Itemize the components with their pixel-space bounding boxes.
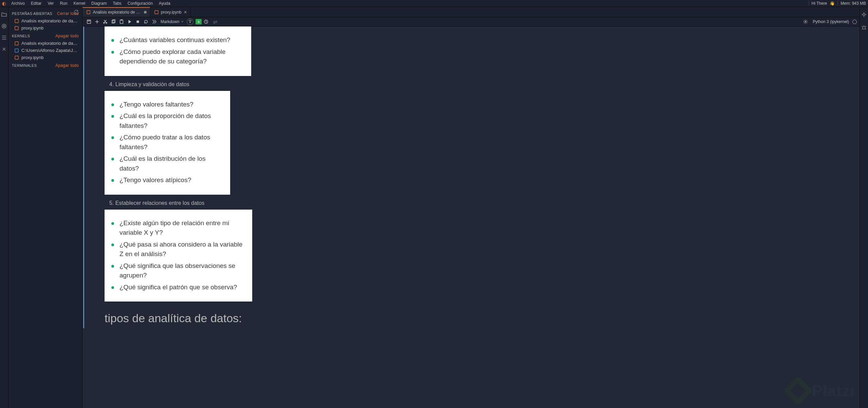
menu-list: Archivo Editar Ver Run Kernel Diagram Ta… xyxy=(8,0,173,7)
sidebar-item-label: C:\Users\Alfonso Zapata\Jupyt... xyxy=(21,48,79,53)
voila-button[interactable] xyxy=(187,18,193,25)
list-item: ¿Cuántas variables continuas existen? xyxy=(117,35,242,45)
numbered-heading: 4. Limpieza y validación de datos xyxy=(105,76,860,91)
settings-icon[interactable] xyxy=(802,18,809,25)
content-card: ¿Tengo valores faltantes? ¿Cuál es la pr… xyxy=(105,91,230,195)
menu-run[interactable]: Run xyxy=(57,0,70,7)
cell-type-select[interactable]: Markdown xyxy=(161,19,184,24)
hi-there-label: Hi There xyxy=(812,1,827,6)
svg-point-18 xyxy=(190,22,191,23)
wave-icon: 👋 xyxy=(830,1,835,6)
git-label[interactable]: git xyxy=(213,20,217,24)
sidebar-running: Pestañas abiertas Cerrar todo Analisis e… xyxy=(8,7,82,408)
restart-run-all-button[interactable] xyxy=(150,18,158,25)
tab-analisis[interactable]: Analisis exploratorio de dato xyxy=(82,7,150,17)
numbered-heading: 5. Establecer relaciones entre los datos xyxy=(105,195,860,210)
notebook-icon xyxy=(87,10,90,14)
running-icon[interactable] xyxy=(1,23,7,29)
extensions-icon[interactable] xyxy=(1,46,7,52)
paste-button[interactable] xyxy=(118,18,125,25)
list-item: ¿Qué significa el patrón que se observa? xyxy=(117,283,243,292)
toc-icon[interactable] xyxy=(1,35,7,40)
notebook-icon xyxy=(15,41,19,45)
section-terminals: Terminales Apagar todo xyxy=(8,61,82,69)
add-cell-button[interactable] xyxy=(93,18,101,25)
sidebar-item[interactable]: C:\Users\Alfonso Zapata\Jupyt... xyxy=(8,47,82,54)
section-title: Pestañas abiertas xyxy=(12,12,52,16)
svg-point-21 xyxy=(863,14,865,16)
refresh-icon[interactable] xyxy=(74,10,79,16)
list-item: ¿Existe algún tipo de relación entre mi … xyxy=(117,218,243,238)
tab-label: Analisis exploratorio de dato xyxy=(93,10,142,15)
menu-configuracion[interactable]: Configuración xyxy=(125,0,156,7)
menu-ver[interactable]: Ver xyxy=(44,0,57,7)
svg-rect-6 xyxy=(15,56,18,59)
sidebar-item-label: proxy.ipynb xyxy=(21,55,44,60)
notebook-icon xyxy=(15,26,19,30)
sidebar-item-label: Analisis exploratorio de datos.i... xyxy=(21,18,79,23)
svg-point-0 xyxy=(2,24,6,28)
copy-button[interactable] xyxy=(110,18,117,25)
shutdown-all-button[interactable]: Apagar todo xyxy=(55,63,79,68)
menu-kernel[interactable]: Kernel xyxy=(70,0,88,7)
stop-button[interactable] xyxy=(134,18,142,25)
notebook-area[interactable]: ¿Cuántas variables continuas existen? ¿C… xyxy=(82,26,860,408)
separator xyxy=(809,1,809,6)
sidebar-item[interactable]: proxy.ipynb xyxy=(8,24,82,32)
list-item: ¿Cuál es la proporción de datos faltante… xyxy=(117,111,221,131)
jupyter-logo-icon: ◐ xyxy=(0,1,8,6)
list-item: ¿Cómo puedo explorar cada variable depen… xyxy=(117,47,242,66)
content-card: ¿Existe algún tipo de relación entre mi … xyxy=(105,210,252,302)
svg-rect-7 xyxy=(87,11,90,14)
menubar: ◐ Archivo Editar Ver Run Kernel Diagram … xyxy=(0,0,868,7)
svg-rect-4 xyxy=(15,42,18,45)
svg-point-20 xyxy=(805,21,807,22)
list-item: ¿Qué pasa si ahora considero a la variab… xyxy=(117,240,243,259)
clock-icon[interactable] xyxy=(202,18,210,25)
heading-2: tipos de analítica de datos: xyxy=(105,302,860,328)
svg-rect-10 xyxy=(88,20,90,21)
list-item: ¿Cómo puedo tratar a los datos faltantes… xyxy=(117,133,221,152)
svg-rect-5 xyxy=(15,49,18,52)
markdown-cell[interactable]: ¿Cuántas variables continuas existen? ¿C… xyxy=(83,26,860,328)
list-item: ¿Tengo valores faltantes? xyxy=(117,100,221,110)
notebook-icon xyxy=(15,56,19,60)
kernel-name[interactable]: Python 3 (ipykernel) xyxy=(813,19,849,24)
menu-ayuda[interactable]: Ayuda xyxy=(156,0,173,7)
tab-bar: Analisis exploratorio de dato proxy.ipyn… xyxy=(82,7,860,17)
heading-button[interactable]: ≡ xyxy=(196,19,202,24)
list-item: ¿Tengo valores atípicos? xyxy=(117,175,221,185)
memory-label: Mem: 943 MB xyxy=(841,1,866,6)
menu-diagram[interactable]: Diagram xyxy=(88,0,110,7)
notebook-toolbar: Markdown ≡ git Python 3 (ipykernel) xyxy=(82,17,860,26)
property-inspector-icon[interactable] xyxy=(861,12,867,19)
menu-editar[interactable]: Editar xyxy=(28,0,44,7)
folder-icon[interactable] xyxy=(1,12,7,17)
sidebar-item[interactable]: proxy.ipynb xyxy=(8,54,82,61)
tab-proxy[interactable]: proxy.ipynb ✕ xyxy=(150,7,191,17)
svg-rect-2 xyxy=(15,19,18,23)
cut-button[interactable] xyxy=(101,18,109,25)
sidebar-item-label: Analisis exploratorio de datos.i... xyxy=(21,41,79,46)
svg-rect-3 xyxy=(15,26,18,30)
kernel-status-icon[interactable] xyxy=(852,20,857,24)
svg-point-22 xyxy=(863,26,865,29)
run-button[interactable] xyxy=(126,18,133,25)
svg-rect-1 xyxy=(3,25,5,27)
sidebar-item[interactable]: Analisis exploratorio de datos.i... xyxy=(8,17,82,24)
close-icon[interactable]: ✕ xyxy=(184,10,187,15)
debugger-icon[interactable] xyxy=(861,25,867,32)
right-activity-bar xyxy=(860,7,868,408)
restart-button[interactable] xyxy=(142,18,150,25)
section-title: Kernels xyxy=(12,34,30,38)
svg-rect-8 xyxy=(155,11,158,14)
save-button[interactable] xyxy=(85,18,93,25)
menu-tabs[interactable]: Tabs xyxy=(110,0,124,7)
section-open-tabs: Pestañas abiertas Cerrar todo xyxy=(8,9,82,17)
left-activity-bar xyxy=(0,7,8,408)
separator xyxy=(837,1,838,6)
menu-archivo[interactable]: Archivo xyxy=(8,0,28,7)
sidebar-item[interactable]: Analisis exploratorio de datos.i... xyxy=(8,40,82,47)
sidebar-item-label: proxy.ipynb xyxy=(21,25,44,31)
shutdown-all-button[interactable]: Apagar todo xyxy=(55,34,79,38)
